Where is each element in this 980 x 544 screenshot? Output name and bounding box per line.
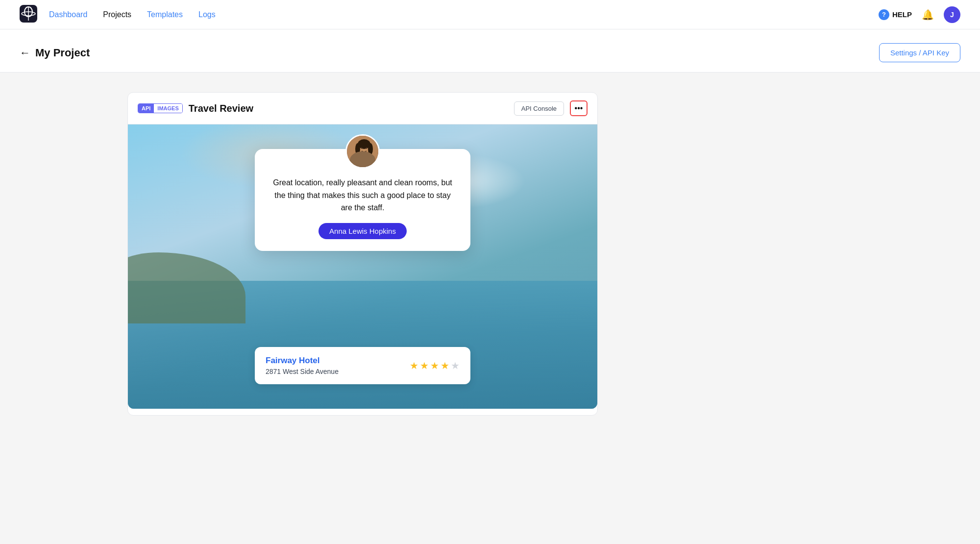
help-button[interactable]: ? HELP (879, 9, 912, 20)
reviewer-name-badge: Anna Lewis Hopkins (318, 223, 407, 239)
template-preview: Great location, really pleasant and clea… (128, 124, 597, 409)
svg-point-11 (361, 148, 363, 149)
nav-links: Dashboard Projects Templates Logs (49, 10, 879, 19)
page-title: My Project (35, 47, 90, 59)
api-badge: API (138, 104, 154, 113)
user-avatar[interactable]: J (944, 6, 960, 23)
back-link[interactable]: ← My Project (20, 47, 90, 59)
star-4: ★ (441, 360, 449, 371)
hotel-card: Fairway Hotel 2871 West Side Avenue ★ ★ … (255, 347, 470, 384)
svg-point-10 (368, 143, 373, 155)
help-label: HELP (892, 10, 912, 19)
nav-projects[interactable]: Projects (103, 10, 131, 19)
api-images-badge: API IMAGES (138, 103, 183, 113)
images-badge: IMAGES (154, 104, 182, 113)
notifications-bell[interactable]: 🔔 (922, 9, 934, 21)
nav-logs[interactable]: Logs (198, 10, 216, 19)
template-title: Travel Review (189, 103, 508, 114)
help-icon: ? (879, 9, 889, 20)
api-console-button[interactable]: API Console (514, 101, 564, 116)
page-header: ← My Project Settings / API Key (0, 29, 980, 73)
star-2: ★ (420, 360, 429, 371)
reviewer-face-image (347, 134, 378, 169)
svg-point-9 (355, 143, 360, 155)
template-card-header: API IMAGES Travel Review API Console ••• (128, 93, 597, 124)
nav-templates[interactable]: Templates (147, 10, 183, 19)
nav-right: ? HELP 🔔 J (879, 6, 960, 23)
review-text: Great location, really pleasant and clea… (270, 176, 455, 214)
star-1: ★ (410, 360, 418, 371)
top-navigation: Dashboard Projects Templates Logs ? HELP… (0, 0, 980, 29)
template-card: API IMAGES Travel Review API Console ••• (127, 92, 598, 416)
svg-point-12 (366, 148, 368, 149)
settings-api-key-button[interactable]: Settings / API Key (879, 43, 960, 62)
nav-dashboard[interactable]: Dashboard (49, 10, 87, 19)
reviewer-avatar (345, 134, 380, 169)
hotel-rating: ★ ★ ★ ★ ★ (410, 360, 460, 371)
review-card: Great location, really pleasant and clea… (255, 149, 470, 251)
main-content: API IMAGES Travel Review API Console ••• (0, 73, 980, 435)
logo[interactable] (20, 5, 49, 25)
star-5: ★ (451, 360, 460, 371)
star-3: ★ (430, 360, 439, 371)
more-options-button[interactable]: ••• (570, 100, 588, 116)
back-arrow-icon: ← (20, 47, 30, 59)
svg-point-6 (355, 157, 373, 169)
